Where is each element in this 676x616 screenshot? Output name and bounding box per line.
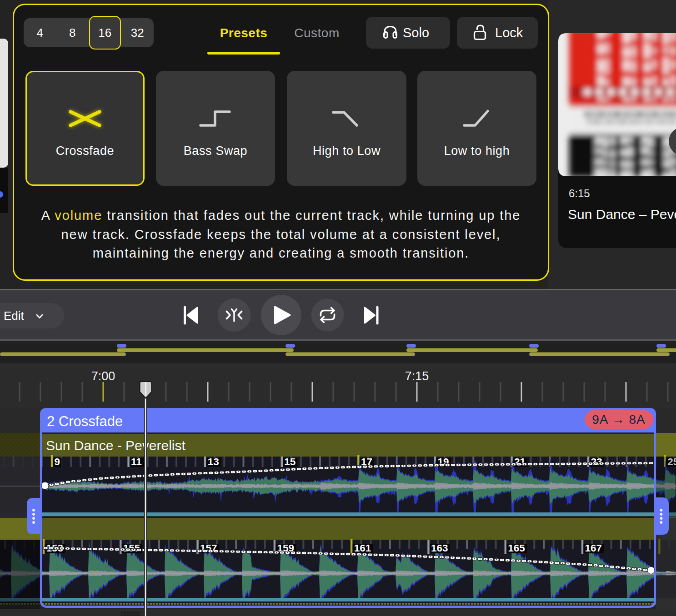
svg-text:165: 165 [508,542,525,554]
svg-text:7:00: 7:00 [91,369,115,383]
svg-text:9A → 8A: 9A → 8A [592,412,646,427]
svg-text:23: 23 [591,456,602,467]
svg-text:167: 167 [585,542,602,554]
svg-text:Sun Dance - Peverelist: Sun Dance - Peverelist [46,438,185,453]
svg-text:15: 15 [284,456,295,467]
svg-text:163: 163 [431,542,448,554]
svg-text:13: 13 [208,456,219,467]
svg-text:161: 161 [354,542,371,554]
svg-text:155: 155 [123,542,140,554]
svg-text:9: 9 [55,456,60,467]
svg-text:11: 11 [131,456,142,467]
svg-text:2 Crossfade: 2 Crossfade [47,413,123,429]
svg-text:7:15: 7:15 [405,369,429,383]
